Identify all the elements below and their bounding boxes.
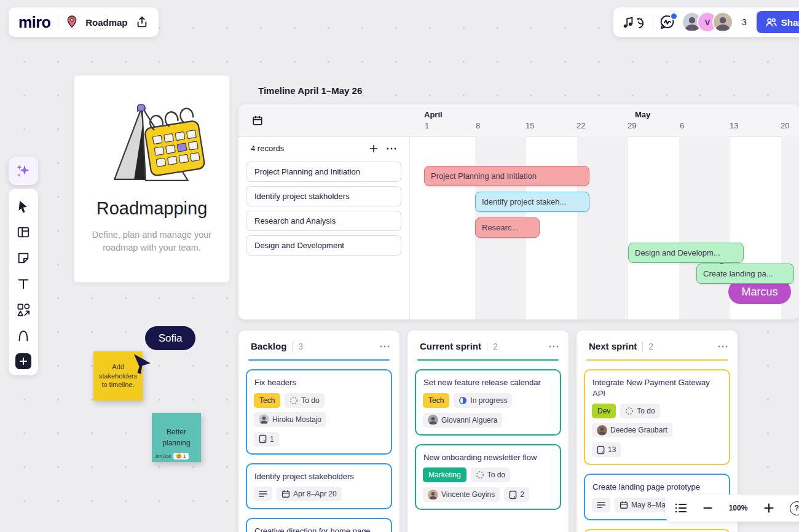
- more-icon: [549, 345, 559, 348]
- select-tool[interactable]: [12, 195, 35, 218]
- timeline-week-stripe: [577, 136, 628, 319]
- timeline-day-label: 20: [781, 121, 789, 130]
- in-progress-status-icon: [459, 396, 467, 405]
- timeline-month-label: April: [424, 110, 443, 119]
- template-card[interactable]: Roadmapping Define, plan and manage your…: [74, 75, 230, 283]
- column-menu-button[interactable]: [549, 345, 559, 348]
- kanban-card[interactable]: New onboarding newsletter flowMarketingT…: [415, 444, 561, 510]
- reaction-badge[interactable]: 😄 1: [173, 453, 188, 460]
- add-record-button[interactable]: [369, 144, 378, 153]
- card-title: Integrate New Payment Gateway API: [592, 377, 722, 399]
- list-view-icon[interactable]: [675, 503, 687, 514]
- sofia-cursor-icon: [129, 351, 152, 376]
- notification-dot: [670, 12, 678, 20]
- avatar: [259, 414, 269, 424]
- card-count-pill: 2: [504, 487, 529, 502]
- activity-icon[interactable]: [659, 14, 675, 30]
- timeline-week-stripe: [679, 136, 730, 319]
- kanban-card[interactable]: Creative direction for home page update: [246, 518, 392, 532]
- reaction-emoji: 😄: [176, 453, 182, 459]
- timeline-records-panel: 4 records Project Planning and Initiatio…: [246, 136, 401, 260]
- collab-header: V 3 Share: [613, 7, 799, 37]
- column-menu-button[interactable]: [718, 345, 728, 348]
- pen-tool[interactable]: [12, 324, 35, 347]
- avatar-stack[interactable]: V: [682, 12, 733, 33]
- card-title: Set new feature release calendar: [423, 377, 553, 388]
- timeline-bar-label: Researc...: [482, 223, 518, 232]
- timeline-panel: AprilMay1815222961320 Marcus Project Pla…: [238, 104, 799, 319]
- timeline-title: Timeline April 1–May 26: [258, 85, 362, 96]
- assignee-pill: Deedee Graubart: [592, 423, 672, 437]
- reaction-count: 1: [183, 453, 186, 459]
- kanban-card[interactable]: Set new feature release calendarTechIn p…: [415, 369, 561, 436]
- share-button[interactable]: Share: [757, 11, 799, 33]
- status-label: In progress: [470, 396, 507, 405]
- column-count: 3: [298, 342, 303, 351]
- template-title: Roadmapping: [74, 198, 229, 219]
- kanban-card[interactable]: Add a title...: [584, 529, 730, 532]
- timeline-record-row[interactable]: Identify project stakholders: [246, 186, 401, 206]
- date-icon: [620, 501, 628, 509]
- sticky-author: Jon Doe: [155, 454, 171, 458]
- collaborator-avatar[interactable]: [712, 12, 733, 33]
- header-divider: [58, 15, 58, 29]
- timeline-bar[interactable]: Identify project stakeh...: [475, 192, 589, 212]
- reactions-music-icon[interactable]: [622, 14, 647, 30]
- templates-tool[interactable]: [12, 221, 35, 244]
- collaborator-count: 3: [742, 17, 747, 27]
- zoom-level[interactable]: 100%: [729, 504, 748, 512]
- timeline-bar[interactable]: Design and Developm...: [628, 243, 744, 263]
- tag-pill: Dev: [592, 404, 616, 418]
- share-label: Share: [781, 17, 799, 28]
- kanban-card[interactable]: Fix headersTechTo doHiroku Mostajo1: [246, 369, 392, 455]
- zoom-out-icon[interactable]: [703, 507, 712, 509]
- sticky-note-teal[interactable]: Better planning Jon Doe 😄 1: [152, 413, 201, 462]
- todo-status-icon: [625, 407, 634, 415]
- card-count-icon: [259, 434, 267, 444]
- card-count-icon: [509, 490, 517, 499]
- count-value: 2: [520, 490, 524, 499]
- column-accent-line: [586, 359, 728, 361]
- count-value: 13: [608, 445, 616, 454]
- location-pin-icon: [66, 15, 78, 29]
- calendar-illustration: [93, 101, 210, 187]
- sticky-note-tool[interactable]: [12, 246, 35, 270]
- timeline-day-label: 13: [730, 121, 738, 130]
- help-icon[interactable]: ?: [790, 501, 799, 515]
- timeline-bar[interactable]: Project Planning and Initiation: [424, 166, 589, 186]
- column-divider: [487, 342, 487, 351]
- kanban-card[interactable]: Integrate New Payment Gateway APIDevTo d…: [584, 369, 730, 465]
- miro-logo[interactable]: miro: [18, 14, 50, 31]
- status-label: To do: [637, 407, 655, 415]
- records-menu-button[interactable]: [387, 147, 396, 150]
- description-icon: [259, 490, 267, 498]
- timeline-bar-label: Create landing pa...: [703, 269, 773, 278]
- text-tool[interactable]: [12, 272, 35, 295]
- ai-assist-button[interactable]: [9, 157, 38, 185]
- assignee-pill: Vincente Goyins: [423, 487, 500, 502]
- timeline-record-row[interactable]: Research and Analysis: [246, 211, 401, 231]
- timeline-record-row[interactable]: Project Planning and Initiation: [246, 162, 401, 182]
- board-title[interactable]: Roadmap: [85, 17, 127, 28]
- count-value: 1: [270, 435, 274, 444]
- status-pill: To do: [285, 393, 324, 408]
- column-accent-line: [417, 359, 559, 361]
- shapes-tool[interactable]: [12, 298, 35, 321]
- zoom-in-icon[interactable]: [764, 503, 774, 513]
- timeline-bar[interactable]: Researc...: [475, 217, 540, 238]
- kanban-card[interactable]: Identify project stakeholdersApr 8–Apr 2…: [246, 463, 392, 510]
- assignee-pill: Hiroku Mostajo: [254, 412, 326, 427]
- timeline-day-label: 8: [476, 121, 480, 130]
- card-title: Creative direction for home page update: [254, 526, 384, 532]
- column-menu-button[interactable]: [380, 345, 390, 348]
- timeline-bar-label: Design and Developm...: [635, 248, 720, 257]
- export-icon[interactable]: [135, 15, 149, 29]
- assignee-pill: Giovanni Alguera: [423, 413, 502, 428]
- todo-status-icon: [289, 396, 298, 405]
- status-label: To do: [301, 396, 319, 405]
- timeline-bar[interactable]: Create landing pa...: [696, 264, 794, 284]
- timeline-record-row[interactable]: Design and Development: [246, 235, 401, 256]
- status-pill: In progress: [454, 393, 512, 408]
- add-tool-button[interactable]: [15, 353, 31, 369]
- description-icon: [597, 501, 605, 509]
